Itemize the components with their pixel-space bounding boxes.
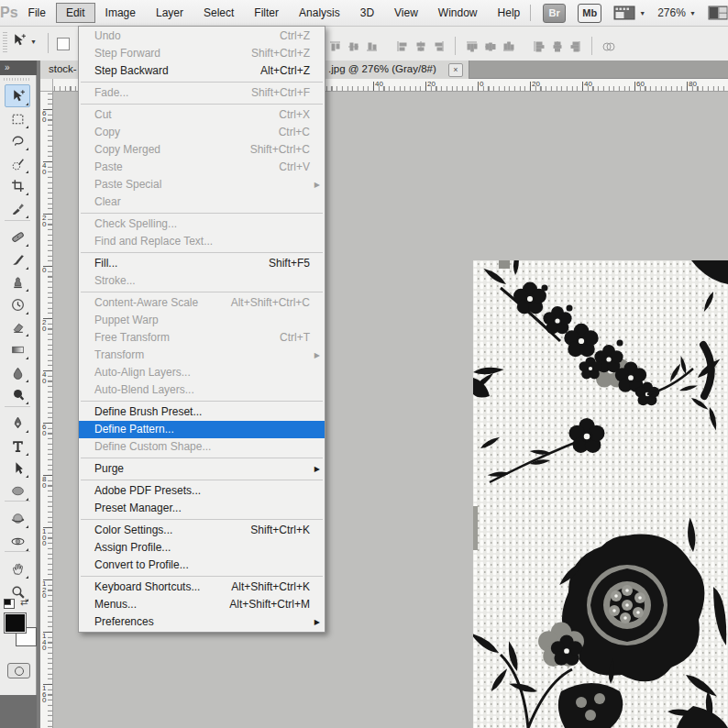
- foreground-color-swatch[interactable]: [4, 612, 27, 634]
- menu-item-label: Content-Aware Scale: [79, 294, 198, 312]
- ruler-origin-corner[interactable]: [40, 79, 53, 92]
- align-horizontal-centers-button[interactable]: [414, 39, 427, 53]
- menu-item-shortcut: Shift+Ctrl+Z: [251, 45, 325, 62]
- history-brush-tool[interactable]: [6, 294, 29, 315]
- menu-separator: [81, 576, 323, 577]
- eyedropper-tool[interactable]: [6, 198, 29, 219]
- align-top-edges-button[interactable]: [328, 39, 342, 53]
- default-colors-icon[interactable]: [4, 599, 15, 609]
- menu-item-label: Purge: [79, 460, 124, 478]
- distribute-right-edges-button[interactable]: [568, 39, 582, 53]
- view-extras-control[interactable]: ▼: [613, 6, 645, 20]
- options-bar-grip[interactable]: [3, 32, 7, 54]
- distribute-vertical-centers-button[interactable]: [483, 39, 497, 53]
- crop-tool[interactable]: [6, 175, 29, 196]
- ellipse-shape-tool[interactable]: [6, 480, 29, 502]
- menu-item-color-settings[interactable]: Color Settings...Shift+Ctrl+K: [79, 522, 325, 539]
- menubar-item-filter[interactable]: Filter: [244, 3, 289, 23]
- menubar-item-select[interactable]: Select: [193, 3, 244, 23]
- menu-item-define-pattern[interactable]: Define Pattern...: [79, 421, 325, 438]
- menu-item-shortcut: Alt+Shift+Ctrl+M: [229, 596, 325, 613]
- menubar-item-help[interactable]: Help: [488, 3, 531, 23]
- menu-separator: [81, 252, 323, 253]
- close-document-button[interactable]: ×: [448, 63, 463, 77]
- pen-tool[interactable]: [6, 413, 29, 434]
- document-image[interactable]: [473, 260, 728, 728]
- dodge-tool[interactable]: [6, 384, 29, 405]
- gradient-tool[interactable]: [6, 339, 29, 360]
- menu-item-fill[interactable]: Fill...Shift+F5: [79, 255, 325, 272]
- launch-mini-bridge-button[interactable]: Mb: [578, 4, 601, 23]
- menu-item-check-spelling: Check Spelling...: [79, 215, 325, 233]
- photoshop-logo: Ps: [0, 5, 18, 21]
- eraser-tool[interactable]: [6, 316, 29, 337]
- align-left-edges-button[interactable]: [395, 39, 409, 53]
- menu-item-assign-profile[interactable]: Assign Profile...: [79, 539, 325, 557]
- menu-item-clear: Clear: [79, 193, 325, 211]
- clone-stamp-tool[interactable]: [6, 271, 29, 292]
- ruler-label: 120: [42, 581, 49, 600]
- blur-tool[interactable]: [6, 362, 29, 383]
- menubar-right-controls: Br Mb ▼ 276% ▼: [530, 4, 728, 23]
- menu-item-copy: CopyCtrl+C: [79, 124, 325, 141]
- align-bottom-edges-button[interactable]: [365, 39, 379, 53]
- menu-item-convert-to-profile[interactable]: Convert to Profile...: [79, 557, 325, 574]
- menubar-item-image[interactable]: Image: [95, 3, 146, 23]
- menu-item-label: Step Forward: [79, 45, 160, 62]
- 3d-rotate-tool[interactable]: [6, 508, 29, 529]
- menu-item-adobe-pdf-presets[interactable]: Adobe PDF Presets...: [79, 482, 325, 500]
- menubar-item-3d[interactable]: 3D: [350, 3, 384, 23]
- ruler-label: 40: [584, 80, 592, 88]
- auto-align-layers-button[interactable]: [601, 39, 615, 53]
- rectangular-marquee-tool[interactable]: [6, 108, 29, 129]
- menubar-item-file[interactable]: File: [18, 3, 56, 23]
- ruler-major-tick: [634, 82, 635, 91]
- align-right-edges-button[interactable]: [432, 39, 446, 53]
- menu-item-shortcut: Ctrl+C: [279, 124, 325, 141]
- chevron-down-icon: ▼: [30, 39, 37, 45]
- current-tool-preset[interactable]: ▼: [11, 32, 37, 51]
- distribute-top-edges-button[interactable]: [465, 39, 479, 53]
- vertical-ruler[interactable]: 604020020406080100120140160: [40, 92, 53, 728]
- menubar-item-edit[interactable]: Edit: [56, 3, 95, 23]
- menu-item-preset-manager[interactable]: Preset Manager...: [79, 500, 325, 517]
- tools-panel-collapse-button[interactable]: »: [0, 61, 37, 75]
- quick-selection-tool[interactable]: [6, 153, 29, 174]
- menu-item-preferences[interactable]: Preferences▶: [79, 613, 325, 631]
- distribute-bottom-edges-button[interactable]: [502, 39, 515, 53]
- menu-item-menus[interactable]: Menus...Alt+Shift+Ctrl+M: [79, 596, 325, 613]
- brush-tool[interactable]: [6, 249, 29, 270]
- 3d-orbit-tool[interactable]: [6, 531, 29, 552]
- menu-item-shortcut: Alt+Shift+Ctrl+K: [231, 579, 325, 596]
- menubar-item-analysis[interactable]: Analysis: [289, 3, 350, 23]
- menubar-item-layer[interactable]: Layer: [146, 3, 193, 23]
- menu-item-auto-align-layers: Auto-Align Layers...: [79, 364, 325, 381]
- distribute-left-edges-button[interactable]: [532, 39, 546, 53]
- ruler-major-tick: [582, 82, 583, 91]
- path-selection-tool[interactable]: [6, 458, 29, 479]
- hand-tool[interactable]: [6, 558, 29, 579]
- menu-item-label: Transform: [79, 347, 144, 364]
- spot-healing-brush-tool[interactable]: [6, 226, 29, 248]
- tools-panel-grip[interactable]: [4, 78, 31, 81]
- zoom-level-value: 276%: [657, 6, 686, 19]
- menu-item-keyboard-shortcuts[interactable]: Keyboard Shortcuts...Alt+Shift+Ctrl+K: [79, 579, 325, 596]
- launch-bridge-button[interactable]: Br: [543, 4, 566, 23]
- menubar-item-view[interactable]: View: [384, 3, 428, 23]
- move-tool[interactable]: [5, 84, 30, 107]
- menu-item-define-brush-preset[interactable]: Define Brush Preset...: [79, 403, 325, 421]
- lasso-tool[interactable]: [6, 130, 29, 151]
- distribute-horizontal-centers-button[interactable]: [550, 39, 564, 53]
- menu-item-step-backward[interactable]: Step BackwardAlt+Ctrl+Z: [79, 62, 325, 80]
- menubar-item-window[interactable]: Window: [428, 3, 488, 23]
- zoom-level-control[interactable]: 276% ▼: [657, 6, 696, 19]
- auto-select-checkbox[interactable]: [57, 38, 70, 50]
- ruler-label: 140: [42, 634, 49, 652]
- menu-item-find-and-replace-text: Find and Replace Text...: [79, 233, 325, 250]
- type-tool[interactable]: [6, 436, 29, 457]
- menu-item-purge[interactable]: Purge▶: [79, 460, 325, 478]
- swap-colors-icon[interactable]: ⇄: [20, 597, 28, 607]
- align-vertical-centers-button[interactable]: [347, 39, 360, 53]
- quick-mask-mode-button[interactable]: [7, 663, 30, 678]
- workspace-switcher[interactable]: ▼: [708, 6, 728, 20]
